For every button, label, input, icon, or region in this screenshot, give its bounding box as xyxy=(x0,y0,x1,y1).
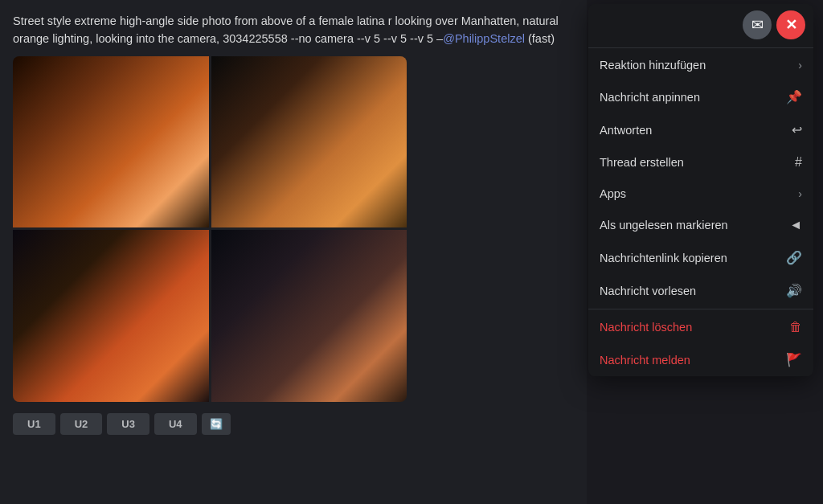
u1-button[interactable]: U1 xyxy=(13,413,55,435)
image-cell-4 xyxy=(211,230,407,402)
image-cell-3 xyxy=(13,230,209,402)
envelope-button[interactable]: ✉ xyxy=(743,10,772,39)
menu-item-melden-label: Nachricht melden xyxy=(600,354,690,367)
menu-item-loeschen-label: Nachricht löschen xyxy=(600,321,692,334)
u3-button[interactable]: U3 xyxy=(107,413,149,435)
flag-icon: 🚩 xyxy=(786,352,802,367)
mention[interactable]: @PhilippStelzel xyxy=(443,32,525,45)
image-cell-1 xyxy=(13,56,209,228)
image-cell-2 xyxy=(211,56,407,228)
menu-item-loeschen[interactable]: Nachricht löschen 🗑 xyxy=(588,311,813,343)
menu-item-vorlesen-label: Nachricht vorlesen xyxy=(600,285,696,297)
menu-divider-top xyxy=(588,47,813,48)
menu-item-anpinnen-label: Nachricht anpinnen xyxy=(600,91,700,104)
menu-item-melden[interactable]: Nachricht melden 🚩 xyxy=(588,343,813,376)
speaker-icon: 🔊 xyxy=(786,283,802,298)
menu-item-reaktion[interactable]: Reaktion hinzufügen › xyxy=(588,50,813,80)
close-button[interactable]: ✕ xyxy=(776,10,805,39)
menu-item-apps[interactable]: Apps › xyxy=(588,178,813,209)
menu-item-antworten[interactable]: Antworten ↩ xyxy=(588,113,813,146)
unread-icon: ◄ xyxy=(789,218,802,232)
chevron-icon: › xyxy=(798,59,802,72)
menu-item-anpinnen[interactable]: Nachricht anpinnen 📌 xyxy=(588,80,813,113)
image-grid xyxy=(13,56,407,402)
delete-icon: 🗑 xyxy=(789,320,802,334)
context-menu-top: ✉ ✕ xyxy=(588,4,813,46)
menu-item-thread[interactable]: Thread erstellen # xyxy=(588,146,813,178)
left-panel: Street style extreme high-angle side pho… xyxy=(0,0,587,504)
menu-item-ungelesen-label: Als ungelesen markieren xyxy=(600,219,728,232)
action-buttons: U1 U2 U3 U4 🔄 xyxy=(13,413,574,435)
pin-icon: 📌 xyxy=(786,89,802,104)
menu-item-thread-label: Thread erstellen xyxy=(600,156,684,169)
link-icon: 🔗 xyxy=(786,250,802,265)
refresh-button[interactable]: 🔄 xyxy=(202,413,231,435)
apps-chevron-icon: › xyxy=(798,187,802,200)
reply-icon: ↩ xyxy=(792,122,802,137)
u4-button[interactable]: U4 xyxy=(154,413,197,435)
u2-button[interactable]: U2 xyxy=(60,413,103,435)
menu-item-ungelesen[interactable]: Als ungelesen markieren ◄ xyxy=(588,209,813,241)
context-menu: ✉ ✕ Reaktion hinzufügen › Nachricht anpi… xyxy=(588,4,813,376)
menu-item-vorlesen[interactable]: Nachricht vorlesen 🔊 xyxy=(588,274,813,307)
menu-item-apps-label: Apps xyxy=(600,187,626,200)
menu-item-link-kopieren[interactable]: Nachrichtenlink kopieren 🔗 xyxy=(588,241,813,274)
menu-item-link-label: Nachrichtenlink kopieren xyxy=(600,252,727,264)
menu-item-reaktion-label: Reaktion hinzufügen xyxy=(600,59,706,72)
menu-divider-danger xyxy=(588,309,813,309)
thread-icon: # xyxy=(795,155,802,170)
menu-item-antworten-label: Antworten xyxy=(600,124,652,137)
message-text: Street style extreme high-angle side pho… xyxy=(13,13,574,48)
message-suffix: (fast) xyxy=(525,32,555,45)
